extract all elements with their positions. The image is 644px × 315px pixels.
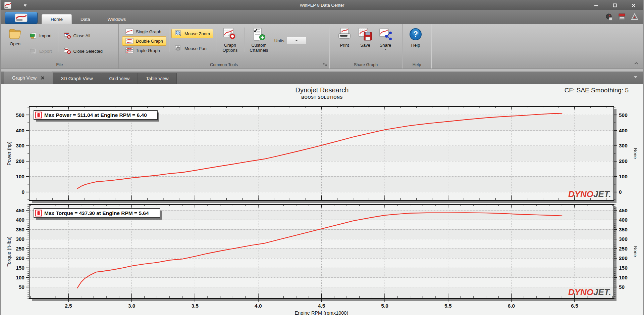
double-graph-label: Double Graph [136,39,163,44]
tab-grid-view[interactable]: Grid View [101,73,138,84]
y-tick-label-left: 500 [16,112,24,118]
custom-channels-icon [252,28,266,41]
ribbon-tab-row: Home Data Windows [1,10,643,24]
file-group-label: File [1,62,118,67]
tab-graph-view-label: Graph View [12,75,37,81]
print-button[interactable]: Print [334,26,355,48]
y-tick-label-right: 100 [619,174,628,179]
y-tick-label-left: 300 [16,236,24,242]
ribbon-group-common-tools: Single Graph Double Graph [119,24,329,69]
chart-svg: DYNOJET.2.53.03.54.04.55.05.56.06.550501… [1,202,644,315]
minimize-button[interactable] [590,2,602,9]
close-all-label: Close All [73,33,91,38]
single-graph-button[interactable]: Single Graph [122,27,166,36]
group-divider [169,28,169,52]
common-tools-group-label: Common Tools [119,62,329,67]
y-tick-label-left: 250 [16,246,24,252]
y-tick-label-left: 400 [16,128,24,133]
y-tick-label-left: 0 [21,189,24,195]
ribbon: Open Import [1,24,643,69]
y-tick-label-left: 100 [16,174,24,179]
export-csv-icon [30,48,37,54]
close-all-button[interactable]: Close All [60,31,106,40]
open-button[interactable]: Open [4,26,26,46]
y-axis-label: Torque (ft-lbs) [6,236,12,266]
graph-options-icon [223,28,237,41]
x-axis-label: Engine RPM (rpmx1000) [295,310,348,315]
x-tick-label: 6.5 [571,303,578,309]
help-button[interactable]: ? Help [406,26,425,48]
svg-text:?: ? [413,30,418,39]
close-selected-button[interactable]: Close Selected [60,46,106,56]
import-button[interactable]: Import [26,31,55,40]
ribbon-tab-data[interactable]: Data [72,14,99,24]
y-tick-label-left: 450 [16,208,24,213]
tab-3d-graph-view[interactable]: 3D Graph View [53,73,101,84]
x-tick-label: 5.5 [444,303,452,309]
dialog-launcher-icon[interactable] [323,62,327,67]
quick-access-dropdown-icon[interactable] [23,3,28,8]
tab-list-dropdown-icon[interactable] [633,76,638,79]
ribbon-tab-home[interactable]: Home [42,14,72,24]
double-graph-icon [125,38,133,44]
minimize-icon [594,3,598,8]
power-chart[interactable]: DYNOJET.00100100200200300300400400500500… [1,104,644,205]
group-divider [216,28,216,52]
legend: Max Power = 511.04 at Engine RPM = 6.40 [34,110,159,122]
triple-graph-label: Triple Graph [136,48,160,53]
triangle-logo-icon[interactable] [631,13,639,21]
mouse-pan-button[interactable]: Mouse Pan [171,44,213,53]
application-menu-button[interactable] [5,12,38,24]
help-label: Help [411,43,420,48]
titlebar: WinPEP 8 Data Center [1,0,643,10]
maximize-button[interactable] [609,2,621,9]
import-csv-icon [30,32,37,39]
y-tick-label-right: 200 [619,158,628,164]
x-tick-label: 2.5 [65,303,72,309]
share-icon [378,28,392,41]
y-tick-label-right: 250 [619,246,628,252]
custom-channels-button[interactable]: Custom Channels [247,26,271,53]
y-tick-label-left: 400 [16,217,24,223]
triple-graph-icon [125,47,133,53]
window-title: WinPEP 8 Data Center [1,3,643,8]
import-label: Import [39,33,52,38]
tab-table-view[interactable]: Table View [138,73,177,84]
dyno-module-icon[interactable] [618,13,626,21]
close-selected-icon [64,48,71,54]
close-selected-label: Close Selected [73,49,103,54]
gauge-icon[interactable] [605,13,613,21]
x-tick-label: 4.5 [318,303,325,309]
mouse-pan-label: Mouse Pan [184,46,207,51]
save-icon [358,28,372,41]
share-graph-group-label: Share Graph [329,62,402,67]
tab-graph-view[interactable]: Graph View [4,72,53,84]
y-tick-label-right: 50 [619,284,625,290]
export-button[interactable]: Export [26,46,55,56]
mouse-zoom-icon [175,30,182,37]
double-graph-button[interactable]: Double Graph [122,36,166,46]
single-graph-icon [125,29,133,35]
save-button[interactable]: Save [355,26,376,48]
tab-close-icon[interactable] [41,76,45,80]
y-tick-label-right: 200 [619,255,628,261]
legend: Max Torque = 437.30 at Engine RPM = 5.64 [34,209,162,220]
x-tick-label: 4.0 [255,303,262,309]
open-label: Open [10,41,20,46]
units-dropdown[interactable] [287,37,306,44]
ribbon-tab-data-label: Data [80,17,90,22]
y-tick-label-right: 400 [619,128,628,133]
graph-options-button[interactable]: Graph Options [218,26,242,53]
y-tick-label-right: 350 [619,227,628,232]
torque-chart[interactable]: DYNOJET.2.53.03.54.04.55.05.56.06.550501… [1,202,644,315]
ribbon-collapse-chevron-icon[interactable] [633,61,639,66]
close-button[interactable] [628,2,639,9]
share-button[interactable]: Share [376,26,395,50]
print-label: Print [340,43,349,48]
mouse-zoom-button[interactable]: Mouse Zoom [171,29,213,38]
y-tick-label-left: 100 [16,275,24,280]
ribbon-tab-windows[interactable]: Windows [99,14,135,24]
triple-graph-button[interactable]: Triple Graph [122,46,166,55]
y-tick-label-right: 450 [619,208,628,213]
right-axis-label: None [633,246,638,257]
